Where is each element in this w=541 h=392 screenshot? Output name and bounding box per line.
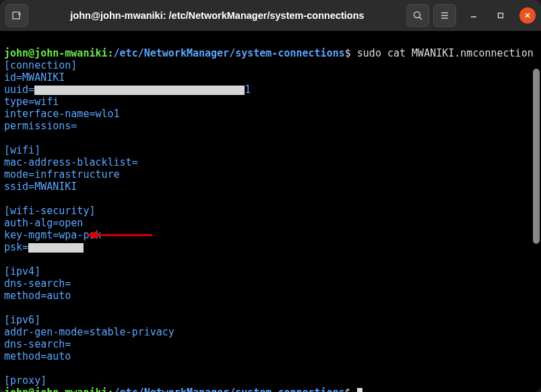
window-titlebar: john@john-mwaniki: /etc/NetworkManager/s… bbox=[0, 0, 541, 31]
window-controls bbox=[466, 7, 536, 24]
output-line: mac-address-blacklist= bbox=[4, 156, 138, 168]
prompt-sigil: $ bbox=[345, 47, 351, 59]
output-line: ssid=MWANIKI bbox=[4, 181, 77, 193]
output-line: method=auto bbox=[4, 290, 71, 302]
output-line: type=wifi bbox=[4, 96, 59, 108]
search-icon bbox=[412, 10, 423, 21]
uuid-redacted-block bbox=[34, 86, 245, 95]
output-line: dns-search= bbox=[4, 277, 71, 290]
menu-button[interactable] bbox=[433, 4, 456, 27]
prompt-path-2: /etc/NetworkManager/system-connections bbox=[114, 387, 345, 392]
minimize-button[interactable] bbox=[466, 7, 482, 24]
output-line: auth-alg=open bbox=[4, 217, 83, 229]
output-line: mode=infrastructure bbox=[4, 168, 120, 181]
close-button[interactable] bbox=[519, 7, 536, 24]
svg-rect-0 bbox=[13, 12, 20, 19]
output-line: [connection] bbox=[4, 59, 77, 71]
prompt-colon-2: : bbox=[108, 387, 114, 392]
prompt-user-host: john@john-mwaniki bbox=[4, 47, 108, 59]
output-line: id=MWANIKI bbox=[4, 71, 65, 84]
output-line: [ipv4] bbox=[4, 265, 40, 277]
new-tab-icon bbox=[11, 10, 22, 21]
output-line-psk: psk= bbox=[4, 241, 28, 253]
output-line: [proxy] bbox=[4, 374, 46, 387]
output-line: [wifi-security] bbox=[4, 205, 95, 217]
output-line: [wifi] bbox=[4, 144, 40, 156]
hamburger-icon bbox=[439, 10, 450, 21]
psk-redacted-block bbox=[28, 243, 84, 253]
close-icon bbox=[524, 12, 531, 19]
prompt-sigil-2: $ bbox=[345, 387, 351, 392]
prompt-path: /etc/NetworkManager/system-connections bbox=[114, 47, 345, 59]
command-text: sudo cat MWANIKI.nmconnection bbox=[357, 47, 534, 59]
prompt-user-host-2: john@john-mwaniki bbox=[4, 387, 108, 392]
svg-point-3 bbox=[414, 12, 420, 18]
output-line: addr-gen-mode=stable-privacy bbox=[4, 326, 174, 338]
maximize-icon bbox=[497, 12, 504, 19]
uuid-trailing: 1 bbox=[245, 84, 251, 96]
svg-line-4 bbox=[420, 18, 422, 20]
new-tab-button[interactable] bbox=[5, 4, 28, 27]
output-line: key-mgmt=wpa-psk bbox=[4, 229, 102, 241]
window-title: john@john-mwaniki: /etc/NetworkManager/s… bbox=[32, 10, 402, 21]
output-line: [ipv6] bbox=[4, 314, 40, 326]
minimize-icon bbox=[470, 12, 477, 19]
maximize-button[interactable] bbox=[492, 7, 509, 24]
terminal-body[interactable]: john@john-mwaniki:/etc/NetworkManager/sy… bbox=[0, 31, 541, 392]
output-line: permissions= bbox=[4, 120, 77, 132]
output-line: method=auto bbox=[4, 350, 71, 362]
output-line: interface-name=wlo1 bbox=[4, 108, 120, 120]
output-line-uuid: uuid= bbox=[4, 84, 34, 96]
cursor bbox=[357, 388, 362, 393]
search-button[interactable] bbox=[406, 4, 429, 27]
prompt-colon: : bbox=[108, 47, 114, 59]
scrollbar-thumb[interactable] bbox=[533, 69, 540, 244]
svg-rect-9 bbox=[499, 13, 503, 18]
output-line: dns-search= bbox=[4, 338, 71, 350]
